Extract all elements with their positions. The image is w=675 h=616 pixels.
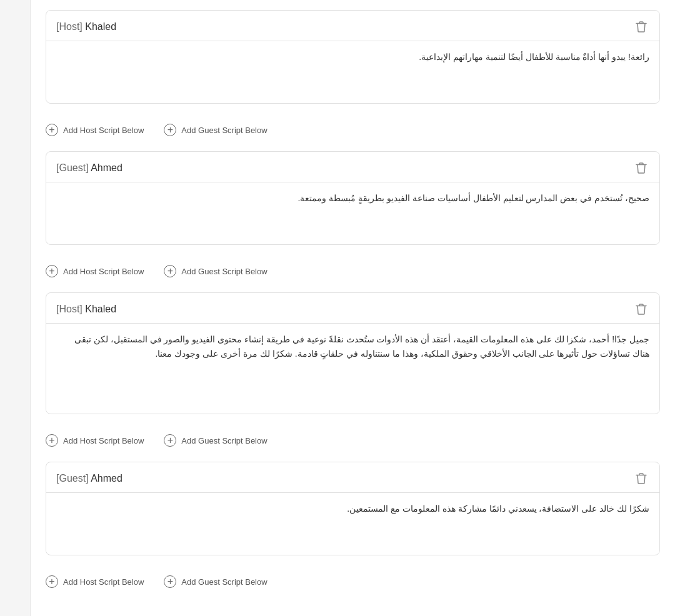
- speaker-label-3: [Host] Khaled: [56, 304, 116, 315]
- speaker-label-1: [Host] Khaled: [56, 21, 116, 32]
- add-guest-label-2: Add Guest Script Below: [181, 267, 267, 276]
- add-host-label-3: Add Host Script Below: [63, 436, 144, 445]
- trash-icon-1: [636, 21, 647, 33]
- add-host-label-1: Add Host Script Below: [63, 126, 144, 135]
- action-buttons-3: + Add Host Script Below + Add Guest Scri…: [46, 424, 660, 457]
- card-header-3: [Host] Khaled: [46, 293, 659, 323]
- action-buttons-2: + Add Host Script Below + Add Guest Scri…: [46, 255, 660, 287]
- main-content: [Host] Khaled رائعة! يبدو أنها أداةٌ منا…: [30, 0, 675, 616]
- circle-plus-icon-8: +: [164, 575, 176, 588]
- add-host-btn-1[interactable]: + Add Host Script Below: [46, 121, 144, 139]
- add-guest-btn-4[interactable]: + Add Guest Script Below: [164, 573, 267, 590]
- action-buttons-4: + Add Host Script Below + Add Guest Scri…: [46, 565, 660, 598]
- add-guest-btn-3[interactable]: + Add Guest Script Below: [164, 432, 267, 449]
- add-guest-btn-2[interactable]: + Add Guest Script Below: [164, 262, 267, 280]
- action-buttons-1: + Add Host Script Below + Add Guest Scri…: [46, 114, 660, 146]
- circle-plus-icon-3: +: [46, 265, 58, 277]
- trash-icon-4: [636, 472, 647, 485]
- add-host-label-4: Add Host Script Below: [63, 577, 144, 587]
- role-bracket-1: [Host]: [56, 21, 82, 32]
- page-container: [Host] Khaled رائعة! يبدو أنها أداةٌ منا…: [0, 0, 675, 616]
- circle-plus-icon-5: +: [46, 434, 58, 447]
- add-guest-label-1: Add Guest Script Below: [181, 126, 267, 135]
- script-textarea-2[interactable]: صحيح، تُستخدم في بعض المدارس لتعليم الأط…: [46, 182, 659, 242]
- role-bracket-2: [Guest]: [56, 162, 89, 173]
- card-header-2: [Guest] Ahmed: [46, 152, 659, 182]
- trash-icon-3: [636, 303, 647, 315]
- add-host-btn-4[interactable]: + Add Host Script Below: [46, 573, 144, 590]
- speaker-label-4: [Guest] Ahmed: [56, 473, 122, 484]
- role-bracket-3: [Host]: [56, 304, 82, 314]
- card-header-4: [Guest] Ahmed: [46, 462, 659, 492]
- add-guest-label-3: Add Guest Script Below: [181, 436, 267, 445]
- script-textarea-4[interactable]: شكرًا لك خالد على الاستضافة، يسعدني دائم…: [46, 492, 659, 552]
- delete-button-2[interactable]: [633, 159, 649, 177]
- circle-plus-icon-2: +: [164, 124, 176, 136]
- delete-button-3[interactable]: [633, 301, 649, 318]
- script-textarea-3[interactable]: جميل جدًا! أحمد، شكزا لك على هذه المعلوم…: [46, 323, 659, 411]
- script-card-host-1: [Host] Khaled رائعة! يبدو أنها أداةٌ منا…: [46, 10, 660, 104]
- card-header-1: [Host] Khaled: [46, 11, 659, 41]
- delete-button-4[interactable]: [633, 470, 649, 487]
- circle-plus-icon-4: +: [164, 265, 176, 277]
- add-guest-btn-1[interactable]: + Add Guest Script Below: [164, 121, 267, 139]
- script-card-guest-1: [Guest] Ahmed صحيح، تُستخدم في بعض المدا…: [46, 151, 660, 245]
- sidebar: [0, 0, 30, 616]
- role-bracket-4: [Guest]: [56, 473, 89, 484]
- add-host-btn-2[interactable]: + Add Host Script Below: [46, 262, 144, 280]
- add-guest-label-4: Add Guest Script Below: [181, 577, 267, 587]
- speaker-label-2: [Guest] Ahmed: [56, 162, 122, 174]
- trash-icon-2: [636, 162, 647, 174]
- add-host-label-2: Add Host Script Below: [63, 267, 144, 276]
- add-host-btn-3[interactable]: + Add Host Script Below: [46, 432, 144, 449]
- delete-button-1[interactable]: [633, 18, 649, 36]
- circle-plus-icon-1: +: [46, 124, 58, 136]
- circle-plus-icon-6: +: [164, 434, 176, 447]
- script-textarea-1[interactable]: رائعة! يبدو أنها أداةٌ مناسبة للأطفال أي…: [46, 41, 659, 101]
- script-card-host-2: [Host] Khaled جميل جدًا! أحمد، شكزا لك ع…: [46, 292, 660, 414]
- circle-plus-icon-7: +: [46, 575, 58, 588]
- script-card-guest-2: [Guest] Ahmed شكرًا لك خالد على الاستضاف…: [46, 462, 660, 555]
